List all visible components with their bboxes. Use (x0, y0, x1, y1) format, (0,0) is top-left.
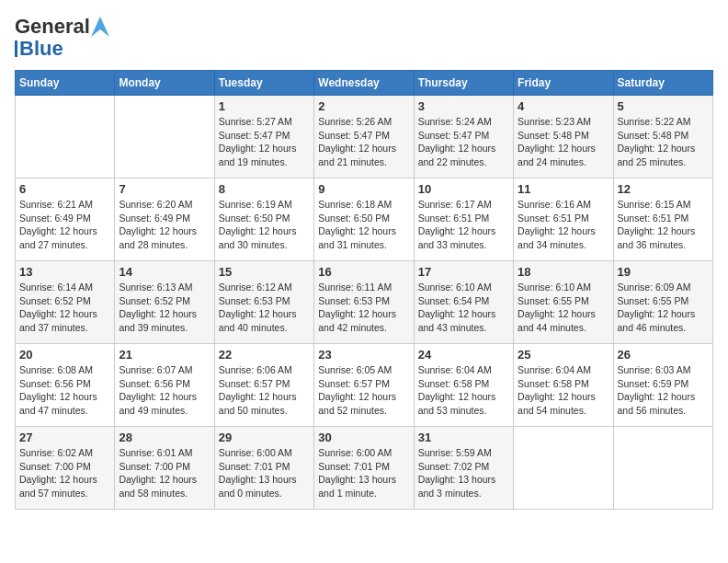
calendar-cell: 19Sunrise: 6:09 AM Sunset: 6:55 PM Dayli… (613, 261, 712, 344)
day-info: Sunrise: 6:13 AM Sunset: 6:52 PM Dayligh… (119, 281, 210, 335)
day-info: Sunrise: 6:20 AM Sunset: 6:49 PM Dayligh… (119, 198, 210, 252)
day-number: 30 (318, 431, 409, 444)
day-number: 31 (418, 431, 509, 444)
calendar-week-row: 1Sunrise: 5:27 AM Sunset: 5:47 PM Daylig… (16, 96, 713, 178)
day-number: 7 (119, 182, 210, 196)
calendar-cell: 25Sunrise: 6:04 AM Sunset: 6:58 PM Dayli… (514, 344, 613, 427)
logo-bar (15, 40, 17, 57)
day-info: Sunrise: 6:16 AM Sunset: 6:51 PM Dayligh… (518, 198, 609, 252)
header-day-thursday: Thursday (414, 71, 513, 96)
header-day-monday: Monday (115, 71, 214, 96)
day-number: 17 (418, 265, 509, 279)
day-number: 4 (518, 99, 609, 113)
calendar-cell: 31Sunrise: 5:59 AM Sunset: 7:02 PM Dayli… (414, 427, 513, 510)
calendar-cell: 30Sunrise: 6:00 AM Sunset: 7:01 PM Dayli… (314, 427, 414, 510)
day-number: 5 (618, 99, 709, 113)
day-number: 26 (618, 348, 709, 362)
day-info: Sunrise: 6:01 AM Sunset: 7:00 PM Dayligh… (119, 446, 210, 500)
calendar-cell: 20Sunrise: 6:08 AM Sunset: 6:56 PM Dayli… (16, 344, 115, 427)
calendar-cell: 7Sunrise: 6:20 AM Sunset: 6:49 PM Daylig… (115, 178, 214, 261)
calendar-cell: 11Sunrise: 6:16 AM Sunset: 6:51 PM Dayli… (514, 178, 613, 261)
calendar-cell: 22Sunrise: 6:06 AM Sunset: 6:57 PM Dayli… (214, 344, 313, 427)
day-info: Sunrise: 6:12 AM Sunset: 6:53 PM Dayligh… (219, 281, 310, 335)
calendar-cell: 15Sunrise: 6:12 AM Sunset: 6:53 PM Dayli… (214, 261, 313, 344)
day-number: 14 (119, 265, 210, 279)
day-info: Sunrise: 6:03 AM Sunset: 6:59 PM Dayligh… (618, 363, 709, 418)
calendar-cell: 26Sunrise: 6:03 AM Sunset: 6:59 PM Dayli… (613, 344, 712, 427)
calendar-cell: 9Sunrise: 6:18 AM Sunset: 6:50 PM Daylig… (314, 178, 414, 261)
day-info: Sunrise: 6:19 AM Sunset: 6:50 PM Dayligh… (219, 198, 310, 252)
day-info: Sunrise: 6:14 AM Sunset: 6:52 PM Dayligh… (19, 281, 110, 335)
header-day-friday: Friday (514, 71, 613, 96)
day-info: Sunrise: 6:18 AM Sunset: 6:50 PM Dayligh… (318, 198, 409, 252)
calendar-cell: 21Sunrise: 6:07 AM Sunset: 6:56 PM Dayli… (115, 344, 214, 427)
calendar-header-row: SundayMondayTuesdayWednesdayThursdayFrid… (16, 71, 713, 96)
svg-marker-0 (91, 17, 109, 37)
calendar-cell: 8Sunrise: 6:19 AM Sunset: 6:50 PM Daylig… (214, 178, 313, 261)
day-info: Sunrise: 5:23 AM Sunset: 5:48 PM Dayligh… (518, 115, 609, 169)
header-day-sunday: Sunday (16, 71, 115, 96)
day-number: 11 (518, 182, 609, 196)
day-info: Sunrise: 6:05 AM Sunset: 6:57 PM Dayligh… (318, 363, 409, 418)
day-info: Sunrise: 6:11 AM Sunset: 6:53 PM Dayligh… (318, 281, 409, 335)
calendar-cell (16, 96, 115, 178)
calendar-table: SundayMondayTuesdayWednesdayThursdayFrid… (15, 70, 713, 510)
day-info: Sunrise: 6:15 AM Sunset: 6:51 PM Dayligh… (618, 198, 709, 252)
day-info: Sunrise: 6:00 AM Sunset: 7:01 PM Dayligh… (318, 446, 409, 500)
day-info: Sunrise: 6:10 AM Sunset: 6:55 PM Dayligh… (518, 281, 609, 335)
day-number: 2 (318, 99, 409, 113)
day-number: 21 (119, 348, 210, 362)
day-number: 10 (418, 182, 509, 196)
page-header: General Blue (15, 15, 713, 61)
calendar-cell: 27Sunrise: 6:02 AM Sunset: 7:00 PM Dayli… (16, 427, 115, 510)
day-info: Sunrise: 6:09 AM Sunset: 6:55 PM Dayligh… (618, 281, 709, 335)
calendar-cell: 3Sunrise: 5:24 AM Sunset: 5:47 PM Daylig… (414, 96, 513, 178)
day-info: Sunrise: 6:00 AM Sunset: 7:01 PM Dayligh… (219, 446, 310, 500)
day-number: 25 (518, 348, 609, 362)
day-info: Sunrise: 6:21 AM Sunset: 6:49 PM Dayligh… (19, 198, 110, 252)
calendar-cell: 12Sunrise: 6:15 AM Sunset: 6:51 PM Dayli… (613, 178, 712, 261)
calendar-cell: 28Sunrise: 6:01 AM Sunset: 7:00 PM Dayli… (115, 427, 214, 510)
header-day-tuesday: Tuesday (214, 71, 313, 96)
calendar-cell: 13Sunrise: 6:14 AM Sunset: 6:52 PM Dayli… (16, 261, 115, 344)
calendar-cell: 23Sunrise: 6:05 AM Sunset: 6:57 PM Dayli… (314, 344, 414, 427)
day-number: 19 (618, 265, 709, 279)
logo-general: General (15, 15, 90, 39)
day-info: Sunrise: 5:27 AM Sunset: 5:47 PM Dayligh… (219, 115, 310, 169)
calendar-cell: 2Sunrise: 5:26 AM Sunset: 5:47 PM Daylig… (314, 96, 414, 178)
logo-bird-icon (91, 17, 109, 37)
calendar-cell: 24Sunrise: 6:04 AM Sunset: 6:58 PM Dayli… (414, 344, 513, 427)
calendar-cell: 14Sunrise: 6:13 AM Sunset: 6:52 PM Dayli… (115, 261, 214, 344)
day-number: 24 (418, 348, 509, 362)
calendar-week-row: 13Sunrise: 6:14 AM Sunset: 6:52 PM Dayli… (16, 261, 713, 344)
day-info: Sunrise: 6:17 AM Sunset: 6:51 PM Dayligh… (418, 198, 509, 252)
calendar-cell: 6Sunrise: 6:21 AM Sunset: 6:49 PM Daylig… (16, 178, 115, 261)
logo: General Blue (15, 15, 109, 61)
calendar-cell (115, 96, 214, 178)
day-number: 18 (518, 265, 609, 279)
calendar-cell: 29Sunrise: 6:00 AM Sunset: 7:01 PM Dayli… (214, 427, 313, 510)
day-number: 29 (219, 431, 310, 444)
calendar-cell (613, 427, 712, 510)
day-number: 15 (219, 265, 310, 279)
day-info: Sunrise: 5:59 AM Sunset: 7:02 PM Dayligh… (418, 446, 509, 500)
day-info: Sunrise: 5:26 AM Sunset: 5:47 PM Dayligh… (318, 115, 409, 169)
day-number: 20 (19, 348, 110, 362)
day-number: 8 (219, 182, 310, 196)
day-number: 3 (418, 99, 509, 113)
day-info: Sunrise: 5:22 AM Sunset: 5:48 PM Dayligh… (618, 115, 709, 169)
calendar-week-row: 27Sunrise: 6:02 AM Sunset: 7:00 PM Dayli… (16, 427, 713, 510)
day-info: Sunrise: 6:07 AM Sunset: 6:56 PM Dayligh… (119, 363, 210, 418)
day-number: 6 (19, 182, 110, 196)
day-info: Sunrise: 6:06 AM Sunset: 6:57 PM Dayligh… (219, 363, 310, 418)
calendar-cell: 4Sunrise: 5:23 AM Sunset: 5:48 PM Daylig… (514, 96, 613, 178)
day-number: 13 (19, 265, 110, 279)
calendar-cell: 17Sunrise: 6:10 AM Sunset: 6:54 PM Dayli… (414, 261, 513, 344)
day-number: 12 (618, 182, 709, 196)
day-number: 23 (318, 348, 409, 362)
calendar-cell: 5Sunrise: 5:22 AM Sunset: 5:48 PM Daylig… (613, 96, 712, 178)
day-number: 22 (219, 348, 310, 362)
calendar-week-row: 6Sunrise: 6:21 AM Sunset: 6:49 PM Daylig… (16, 178, 713, 261)
day-info: Sunrise: 6:10 AM Sunset: 6:54 PM Dayligh… (418, 281, 509, 335)
header-day-saturday: Saturday (613, 71, 712, 96)
